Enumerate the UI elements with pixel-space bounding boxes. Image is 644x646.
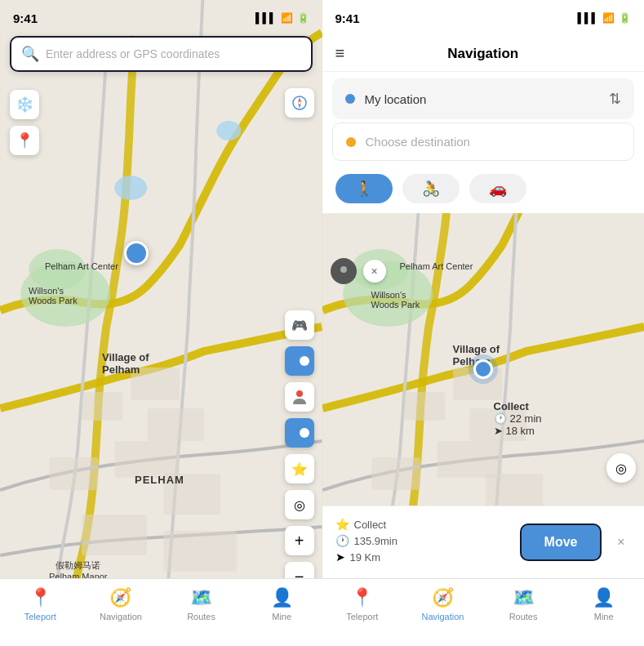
right-nav-teleport[interactable]: 📍 Teleport — [322, 587, 403, 621]
car-icon: 🚗 — [489, 180, 507, 198]
signal-icon: ▌▌▌ — [255, 12, 277, 24]
svg-rect-9 — [49, 457, 98, 490]
mine-icon: 👤 — [271, 587, 293, 608]
close-icon: × — [371, 265, 377, 278]
card-distance: 19 Km — [350, 551, 381, 564]
status-bar: 9:41 ▌▌▌ 📶 🔋 — [0, 0, 322, 36]
svg-point-3 — [114, 176, 147, 200]
card-close-button[interactable]: × — [611, 532, 631, 552]
card-title-row: ⭐ Collect — [335, 518, 511, 531]
navigation-label: Navigation — [100, 612, 142, 621]
svg-point-17 — [300, 356, 309, 366]
right-mine-icon: 👤 — [593, 587, 615, 608]
right-nav-mine[interactable]: 👤 Mine — [563, 587, 644, 621]
transport-modes: 🚶 🚴 🚗 — [322, 167, 645, 213]
search-bar[interactable]: 🔍 Enter address or GPS coordinates — [10, 36, 313, 72]
card-duration-row: 🕐 135.9min — [335, 534, 511, 547]
svg-marker-15 — [298, 103, 301, 109]
arrow-icon-small: ➤ — [494, 425, 503, 437]
snowflake-button[interactable]: ❄️ — [10, 90, 39, 119]
waypoint-close-button[interactable]: × — [363, 260, 386, 283]
card-info: ⭐ Collect 🕐 135.9min ➤ 19 Km — [335, 518, 511, 567]
svg-marker-14 — [298, 97, 301, 103]
origin-dot — [345, 94, 355, 104]
svg-rect-10 — [163, 474, 220, 515]
left-panel: 9:41 ▌▌▌ 📶 🔋 🔍 Enter address or GPS coor… — [0, 0, 322, 646]
search-icon: 🔍 — [21, 45, 39, 63]
location-target-button[interactable]: ◎ — [606, 453, 636, 483]
right-nav-navigation[interactable]: 🧭 Navigation — [402, 587, 483, 621]
svg-point-4 — [216, 121, 241, 140]
svg-rect-27 — [404, 392, 445, 421]
left-side-buttons: ❄️ 📍 — [10, 90, 39, 155]
svg-rect-6 — [82, 392, 122, 421]
svg-point-18 — [296, 390, 303, 397]
mine-label: Mine — [272, 612, 291, 621]
destination-placeholder: Choose destination — [366, 135, 470, 149]
right-status-icons: ▌▌▌ 📶 🔋 — [577, 12, 631, 24]
toggle1-button[interactable] — [285, 346, 314, 376]
person-button[interactable] — [285, 382, 314, 412]
teleport-icon: 📍 — [29, 587, 51, 608]
bike-icon: 🚴 — [422, 180, 440, 198]
card-collect-label: Collect — [354, 519, 387, 531]
bottom-navigation: 📍 Teleport 🧭 Navigation 🗺️ Routes 👤 Mine — [0, 578, 322, 646]
destination-dot — [346, 137, 356, 147]
compass-button[interactable] — [285, 88, 314, 118]
card-duration: 135.9min — [354, 535, 398, 547]
nav-routes[interactable]: 🗺️ Routes — [161, 587, 242, 621]
top-bar: ≡ Navigation — [322, 36, 645, 72]
walk-mode-button[interactable]: 🚶 — [335, 174, 393, 203]
routes-icon: 🗺️ — [190, 587, 212, 608]
right-status-bar: 9:41 ▌▌▌ 📶 🔋 — [322, 0, 645, 36]
pulse-marker — [473, 359, 493, 379]
swap-button[interactable]: ⇅ — [609, 90, 621, 108]
status-icons: ▌▌▌ 📶 🔋 — [255, 12, 309, 24]
bottom-info-card: ⭐ Collect 🕐 135.9min ➤ 19 Km Move × — [322, 506, 645, 578]
location-pin-button[interactable]: 📍 — [10, 126, 39, 155]
clock-icon-small: 🕐 — [494, 412, 507, 425]
car-mode-button[interactable]: 🚗 — [469, 174, 526, 203]
zoom-in-button[interactable]: + — [285, 526, 314, 555]
routes-label: Routes — [187, 612, 215, 621]
target-button[interactable]: ◎ — [285, 490, 314, 519]
location-marker — [124, 241, 149, 265]
star-button[interactable]: ⭐ — [285, 454, 314, 483]
right-routes-icon: 🗺️ — [513, 587, 535, 608]
right-panel: 9:41 ▌▌▌ 📶 🔋 ≡ Navigation My location ⇅ … — [322, 0, 645, 646]
right-wifi-icon: 📶 — [602, 12, 615, 24]
right-nav-routes[interactable]: 🗺️ Routes — [483, 587, 564, 621]
navigation-panel: My location ⇅ Choose destination 🚶 🚴 🚗 — [322, 72, 645, 213]
toggle2-button[interactable] — [285, 418, 314, 448]
svg-rect-11 — [82, 515, 147, 555]
nav-navigation[interactable]: 🧭 Navigation — [81, 587, 162, 621]
waypoint-panel: × — [331, 258, 386, 284]
time-display: 9:41 — [13, 11, 38, 25]
collect-title: Collect — [494, 400, 542, 412]
right-battery-icon: 🔋 — [619, 12, 631, 24]
card-arrow-icon: ➤ — [335, 550, 345, 564]
right-bottom-navigation: 📍 Teleport 🧭 Navigation 🗺️ Routes 👤 Mine — [322, 578, 645, 646]
destination-row[interactable]: Choose destination — [332, 123, 635, 161]
nav-mine[interactable]: 👤 Mine — [242, 587, 322, 621]
svg-point-20 — [300, 428, 309, 438]
right-teleport-label: Teleport — [346, 612, 378, 621]
right-signal-icon: ▌▌▌ — [577, 12, 598, 24]
gamepad-button[interactable]: 🎮 — [285, 310, 314, 340]
svg-rect-30 — [371, 457, 420, 490]
page-title: Navigation — [447, 46, 518, 62]
collect-info-map: Collect 🕐 22 min ➤ 18 km — [494, 400, 542, 437]
svg-rect-12 — [163, 531, 237, 572]
collect-distance: ➤ 18 km — [494, 425, 542, 437]
bike-mode-button[interactable]: 🚴 — [402, 174, 460, 203]
right-mine-label: Mine — [594, 612, 614, 621]
card-close-icon: × — [617, 535, 624, 550]
menu-button[interactable]: ≡ — [335, 44, 345, 63]
svg-rect-8 — [114, 441, 180, 478]
wifi-icon: 📶 — [281, 12, 293, 24]
origin-row[interactable]: My location ⇅ — [332, 78, 635, 119]
nav-teleport[interactable]: 📍 Teleport — [0, 587, 81, 621]
move-button[interactable]: Move — [520, 523, 602, 561]
svg-point-2 — [29, 249, 86, 290]
walk-icon: 🚶 — [355, 180, 373, 198]
